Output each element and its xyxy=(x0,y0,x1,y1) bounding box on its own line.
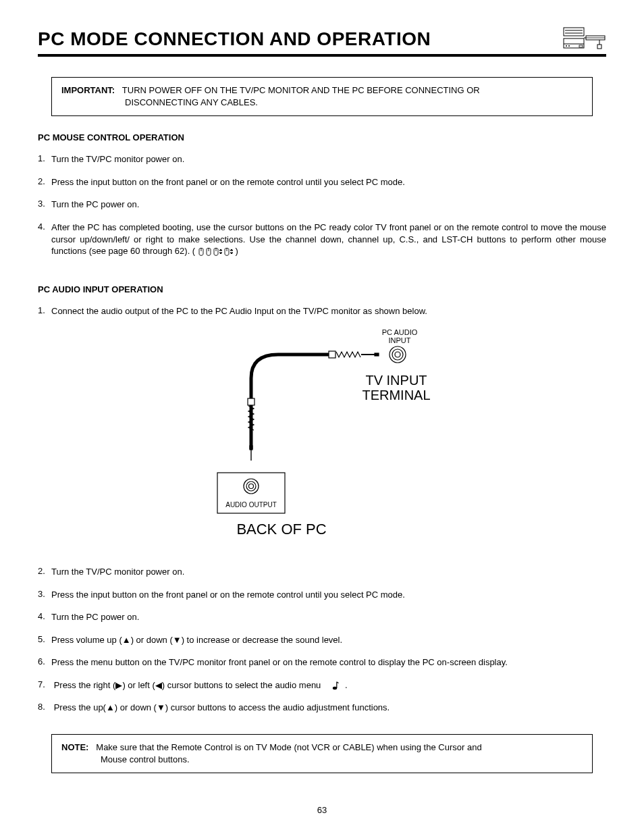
svg-point-5 xyxy=(566,45,567,47)
svg-point-33 xyxy=(246,481,256,491)
section1-steps: 1. Turn the TV/PC monitor power on. 2. P… xyxy=(38,153,606,257)
list-item: 3. Press the input button on the front p… xyxy=(38,589,606,601)
list-item: 7. Press the right (▶) or left (◀) curso… xyxy=(38,679,606,692)
music-note-icon xyxy=(328,680,342,690)
step-text: Turn the TV/PC monitor power on. xyxy=(51,566,606,578)
step-text: After the PC has completed booting, use … xyxy=(51,221,606,257)
note-text-2: Mouse control buttons. xyxy=(61,754,583,766)
svg-rect-0 xyxy=(564,28,584,36)
svg-rect-7 xyxy=(579,45,583,47)
diagram-label-backofpc: BACK OF PC xyxy=(207,521,356,538)
page-header: PC MODE CONNECTION AND OPERATION xyxy=(38,27,606,57)
section-heading-mouse: PC MOUSE CONTROL OPERATION xyxy=(38,132,606,142)
svg-marker-19 xyxy=(230,249,233,251)
svg-marker-20 xyxy=(230,253,233,254)
step-text: Connect the audio output of the PC to th… xyxy=(51,305,606,317)
list-item: 2. Press the input button on the front p… xyxy=(38,176,606,188)
svg-rect-29 xyxy=(250,446,252,450)
diagram-label-audioout: AUDIO OUTPUT xyxy=(217,501,285,509)
important-callout: IMPORTANT: TURN POWER OFF ON THE TV/PC M… xyxy=(51,77,593,116)
section-heading-audio: PC AUDIO INPUT OPERATION xyxy=(38,284,606,294)
page-title: PC MODE CONNECTION AND OPERATION xyxy=(38,28,431,50)
list-item: 6. Press the menu button on the TV/PC mo… xyxy=(38,656,606,669)
note-text-1: Make sure that the Remote Control is on … xyxy=(96,742,481,752)
important-text-1: TURN POWER OFF ON THE TV/PC MONITOR AND … xyxy=(122,85,480,95)
list-item: 1. Turn the TV/PC monitor power on. xyxy=(38,153,606,165)
svg-rect-21 xyxy=(329,351,336,358)
step-text: Press the input button on the front pane… xyxy=(51,589,606,601)
list-item: 8. Press the up(▲) or down (▼) cursor bu… xyxy=(38,702,606,714)
svg-point-25 xyxy=(392,349,403,360)
mouse-icons xyxy=(198,246,236,257)
svg-rect-27 xyxy=(248,398,254,405)
note-label: NOTE: xyxy=(61,742,88,752)
step-text: Press the input button on the front pane… xyxy=(51,176,606,188)
step-text: Press the up(▲) or down (▼) cursor butto… xyxy=(51,702,606,714)
svg-point-34 xyxy=(249,484,254,488)
section2-step1: 1. Connect the audio output of the PC to… xyxy=(38,305,606,317)
step-text: Turn the PC power on. xyxy=(51,611,606,623)
tv-device-icon xyxy=(563,27,606,50)
list-item: 5. Press volume up (▲) or down (▼) to in… xyxy=(38,634,606,646)
svg-marker-16 xyxy=(219,249,222,251)
svg-point-6 xyxy=(568,45,570,47)
list-item: 1. Connect the audio output of the PC to… xyxy=(38,305,606,317)
diagram-label-pcaudio: PC AUDIO INPUT xyxy=(376,328,423,344)
important-text-2: DISCONNECTING ANY CABLES. xyxy=(61,97,583,109)
important-label: IMPORTANT: xyxy=(61,85,115,95)
svg-rect-3 xyxy=(564,38,584,48)
svg-point-32 xyxy=(244,479,259,494)
list-item: 3. Turn the PC power on. xyxy=(38,199,606,211)
page-number: 63 xyxy=(0,805,644,815)
svg-point-26 xyxy=(395,352,400,357)
section2-steps-after: 2. Turn the TV/PC monitor power on. 3. P… xyxy=(38,566,606,714)
step-text: Press volume up (▲) or down (▼) to incre… xyxy=(51,634,606,646)
list-item: 4. After the PC has completed booting, u… xyxy=(38,221,606,257)
svg-rect-12 xyxy=(597,45,601,49)
step-text: Press the right (▶) or left (◀) cursor b… xyxy=(51,679,606,692)
connection-diagram: PC AUDIO INPUT TV INPUT TERMINAL AUDIO O… xyxy=(38,331,606,547)
diagram-label-tvinput: TV INPUT TERMINAL xyxy=(349,373,444,402)
svg-rect-23 xyxy=(375,353,379,356)
step-text: Press the menu button on the TV/PC monit… xyxy=(51,656,606,669)
svg-marker-17 xyxy=(219,253,222,254)
note-callout: NOTE: Make sure that the Remote Control … xyxy=(51,734,593,773)
list-item: 2. Turn the TV/PC monitor power on. xyxy=(38,566,606,578)
list-item: 4. Turn the PC power on. xyxy=(38,611,606,623)
step-text: Turn the TV/PC monitor power on. xyxy=(51,153,606,165)
step-text: Turn the PC power on. xyxy=(51,199,606,211)
